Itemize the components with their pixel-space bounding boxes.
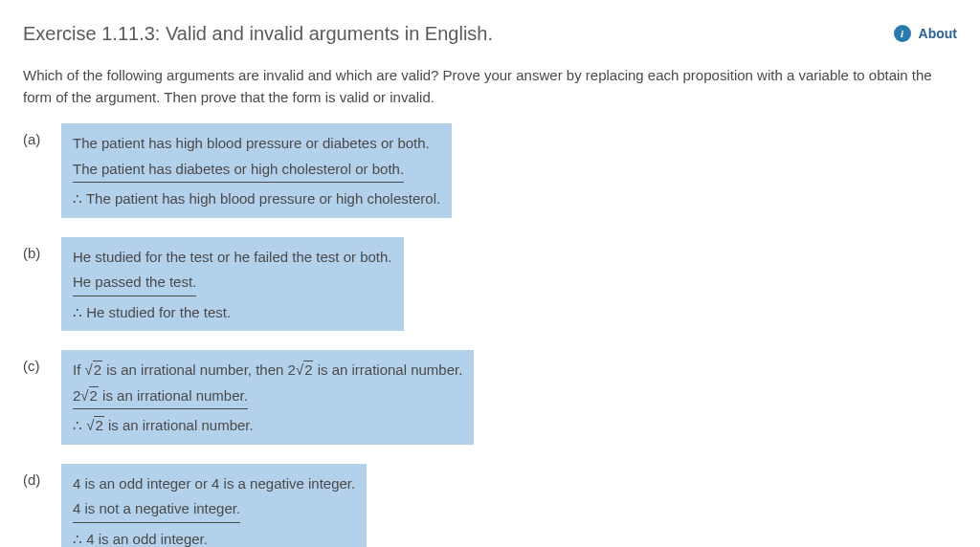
premise-1: He studied for the test or he failed the… — [73, 245, 392, 271]
premise-1: If √2 is an irrational number, then 2√2 … — [73, 358, 462, 383]
premise-1: 4 is an odd integer or 4 is a negative i… — [73, 471, 355, 497]
conclusion: ∴ The patient has high blood pressure or… — [73, 186, 440, 210]
info-icon: i — [894, 25, 911, 42]
item-label: (a) — [23, 123, 61, 151]
exercise-item-d: (d) 4 is an odd integer or 4 is a negati… — [23, 464, 957, 548]
therefore-symbol: ∴ — [73, 305, 82, 320]
argument-box: He studied for the test or he failed the… — [61, 237, 404, 332]
conclusion: ∴ He studied for the test. — [73, 300, 392, 324]
conclusion: ∴ 4 is an odd integer. — [73, 527, 355, 548]
exercise-item-b: (b) He studied for the test or he failed… — [23, 237, 957, 332]
about-link[interactable]: i About — [894, 24, 957, 44]
premise-2: 4 is not a negative integer. — [73, 496, 355, 527]
exercise-item-a: (a) The patient has high blood pressure … — [23, 123, 957, 218]
conclusion: ∴ √2 is an irrational number. — [73, 413, 462, 437]
instructions-text: Which of the following arguments are inv… — [23, 65, 957, 108]
item-label: (d) — [23, 464, 61, 492]
sqrt-expression: √2 — [85, 361, 103, 378]
sqrt-expression: √2 — [86, 416, 104, 433]
premise-1: The patient has high blood pressure or d… — [73, 131, 440, 157]
premise-2: He passed the test. — [73, 270, 392, 300]
item-label: (c) — [23, 350, 61, 378]
premise-2: The patient has diabetes or high cholest… — [73, 157, 440, 187]
therefore-symbol: ∴ — [73, 532, 82, 547]
exercise-title: Exercise 1.11.3: Valid and invalid argum… — [23, 19, 493, 48]
argument-box: The patient has high blood pressure or d… — [61, 123, 452, 218]
header-row: Exercise 1.11.3: Valid and invalid argum… — [23, 19, 957, 48]
therefore-symbol: ∴ — [73, 418, 82, 433]
therefore-symbol: ∴ — [73, 191, 82, 207]
item-label: (b) — [23, 237, 61, 265]
sqrt-expression: 2√2 — [288, 361, 314, 378]
argument-box: If √2 is an irrational number, then 2√2 … — [61, 350, 474, 445]
sqrt-expression: 2√2 — [73, 386, 99, 404]
argument-box: 4 is an odd integer or 4 is a negative i… — [61, 464, 367, 548]
exercise-item-c: (c) If √2 is an irrational number, then … — [23, 350, 957, 445]
about-label: About — [919, 24, 957, 44]
premise-2: 2√2 is an irrational number. — [73, 383, 462, 414]
